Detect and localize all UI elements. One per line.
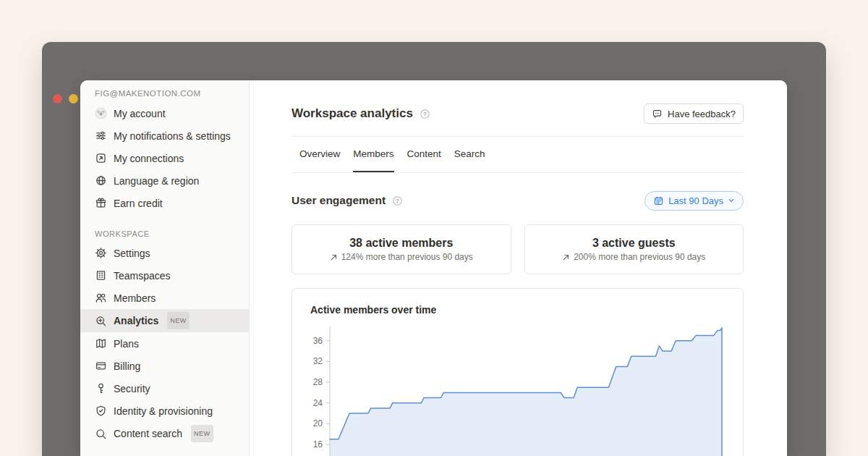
settings-modal: FIG@MAKENOTION.COM My accountMy notifica… — [80, 80, 787, 456]
new-badge: NEW — [191, 425, 213, 442]
sidebar-item-label: Analytics — [114, 313, 158, 328]
members-over-time-chart: 363228242016 — [305, 322, 744, 456]
analytics-tabs: OverviewMembersContentSearch — [292, 137, 744, 173]
stat-cards: 38 active members124% more than previous… — [292, 224, 744, 274]
sidebar-item-my-connections[interactable]: My connections — [80, 147, 249, 169]
sidebar-item-settings[interactable]: Settings — [80, 242, 249, 264]
chart-title: Active members over time — [310, 304, 436, 316]
tab-overview[interactable]: Overview — [299, 137, 340, 172]
date-range-label: Last 90 Days — [668, 195, 723, 206]
gift-icon — [95, 197, 107, 209]
workspace-nav: SettingsTeamspacesMembersAnalyticsNEWPla… — [80, 242, 249, 445]
stat-value: 3 active guests — [592, 237, 676, 250]
magnifier-plus-icon — [95, 315, 107, 327]
sidebar-item-identity-provisioning[interactable]: Identity & provisioning — [80, 400, 249, 422]
sidebar-item-members[interactable]: Members — [80, 287, 249, 309]
page-title: Workspace analytics ? — [292, 106, 430, 121]
help-icon[interactable]: ? — [392, 195, 403, 206]
sidebar-item-label: My connections — [114, 151, 184, 166]
sidebar-item-label: Plans — [114, 337, 139, 351]
svg-text:?: ? — [423, 111, 427, 117]
sidebar-item-security[interactable]: Security — [80, 377, 249, 400]
tab-search[interactable]: Search — [454, 137, 485, 172]
magnifier-icon — [95, 428, 107, 440]
trend-up-icon — [562, 253, 570, 261]
sidebar-item-label: Security — [114, 381, 150, 396]
stat-delta-text: 200% more than previous 90 days — [574, 252, 705, 262]
sidebar-item-label: Identity & provisioning — [114, 404, 213, 418]
y-tick-label: 24 — [313, 398, 323, 408]
page-title-text: Workspace analytics — [292, 106, 413, 121]
stat-delta: 200% more than previous 90 days — [562, 252, 705, 262]
avatar-icon — [95, 107, 107, 119]
gear-icon — [95, 247, 107, 259]
stat-delta-text: 124% more than previous 90 days — [341, 252, 473, 262]
svg-text:?: ? — [396, 198, 399, 204]
trend-up-icon — [330, 253, 338, 261]
sidebar-item-earn-credit[interactable]: Earn credit — [80, 192, 249, 214]
y-tick-label: 20 — [313, 418, 323, 428]
stat-card: 38 active members124% more than previous… — [292, 224, 511, 274]
stat-delta: 124% more than previous 90 days — [330, 252, 473, 262]
y-tick-label: 16 — [313, 439, 323, 449]
y-tick-label: 36 — [313, 336, 323, 346]
section-title: User engagement ? — [292, 194, 403, 207]
sidebar-item-my-notifications-settings[interactable]: My notifications & settings — [80, 124, 249, 147]
building-icon — [95, 269, 107, 282]
shield-check-icon — [95, 405, 107, 417]
map-icon — [95, 337, 107, 350]
sidebar-item-language-region[interactable]: Language & region — [80, 169, 249, 192]
credit-card-icon — [95, 360, 107, 372]
settings-sidebar: FIG@MAKENOTION.COM My accountMy notifica… — [80, 80, 250, 456]
account-email: FIG@MAKENOTION.COM — [95, 89, 249, 98]
stat-value: 38 active members — [349, 237, 453, 250]
sidebar-item-label: My account — [114, 106, 166, 121]
sidebar-item-my-account[interactable]: My account — [80, 102, 249, 124]
account-nav: My accountMy notifications & settingsMy … — [80, 102, 249, 214]
arrow-up-right-box-icon — [95, 152, 107, 164]
sliders-icon — [95, 130, 107, 142]
sidebar-item-analytics[interactable]: AnalyticsNEW — [80, 309, 249, 332]
tab-content[interactable]: Content — [407, 137, 441, 172]
sidebar-item-label: Language & region — [114, 174, 199, 188]
date-range-filter[interactable]: Last 90 Days — [644, 191, 744, 211]
have-feedback-button[interactable]: Have feedback? — [644, 104, 744, 124]
sidebar-item-label: Settings — [114, 246, 150, 261]
globe-icon — [95, 174, 107, 187]
area-fill — [330, 328, 722, 456]
y-tick-label: 32 — [313, 356, 323, 366]
y-tick-label: 28 — [313, 377, 323, 387]
sidebar-item-label: Content search — [114, 426, 182, 441]
app-window: FIG@MAKENOTION.COM My accountMy notifica… — [42, 42, 826, 456]
traffic-light-close[interactable] — [53, 94, 62, 104]
sidebar-item-label: Earn credit — [114, 196, 163, 211]
traffic-light-minimize[interactable] — [69, 94, 78, 104]
sidebar-item-teamspaces[interactable]: Teamspaces — [80, 264, 249, 287]
sidebar-item-content-search[interactable]: Content searchNEW — [80, 422, 249, 445]
sidebar-item-billing[interactable]: Billing — [80, 355, 249, 377]
help-icon[interactable]: ? — [420, 109, 430, 119]
active-members-chart-card: Active members over time 363228242016 — [292, 288, 744, 456]
people-icon — [95, 292, 107, 304]
sidebar-item-label: My notifications & settings — [114, 129, 231, 143]
key-icon — [95, 382, 107, 394]
speech-bubble-icon — [652, 109, 663, 119]
stat-card: 3 active guests200% more than previous 9… — [524, 224, 744, 274]
have-feedback-label: Have feedback? — [668, 109, 736, 119]
new-badge: NEW — [167, 312, 190, 329]
section-title-text: User engagement — [292, 194, 386, 207]
sidebar-item-label: Teamspaces — [114, 269, 171, 283]
sidebar-item-label: Members — [114, 291, 156, 305]
tab-members[interactable]: Members — [353, 137, 393, 172]
analytics-panel: Workspace analytics ? Have feedback? Ove… — [250, 80, 787, 456]
chevron-down-icon — [728, 197, 735, 204]
calendar-icon — [653, 195, 664, 206]
sidebar-item-label: Billing — [114, 359, 140, 373]
workspace-section-label: WORKSPACE — [95, 229, 249, 238]
sidebar-item-plans[interactable]: Plans — [80, 332, 249, 355]
